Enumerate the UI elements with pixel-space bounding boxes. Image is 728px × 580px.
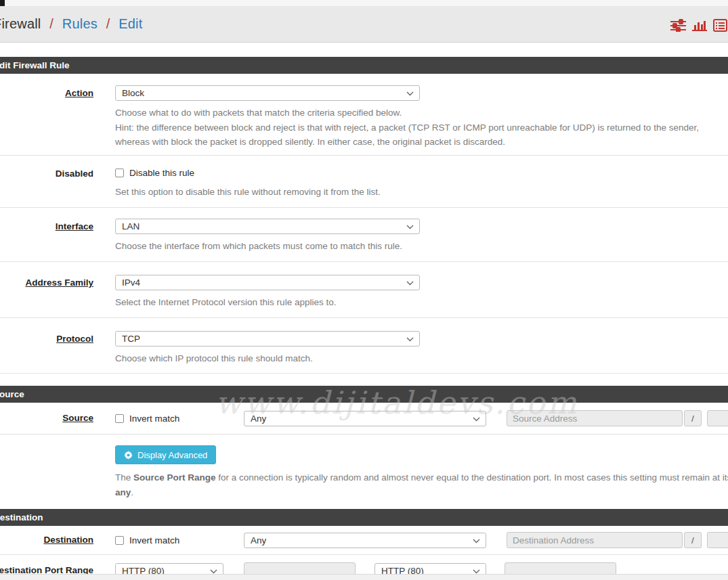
address-family-row: Address Family IPv4 Select the Internet … xyxy=(0,262,728,318)
disabled-label: Disabled xyxy=(0,168,93,200)
source-invert-label: Invert match xyxy=(129,414,179,424)
spacer xyxy=(0,374,728,386)
source-mask-select xyxy=(707,410,728,426)
chevron-down-icon xyxy=(473,417,480,422)
chevron-down-icon xyxy=(473,539,480,543)
chevron-down-icon xyxy=(406,225,414,229)
address-family-help: Select the Internet Protocol version thi… xyxy=(115,295,728,310)
sliders-icon[interactable] xyxy=(670,19,686,32)
interface-select[interactable]: LAN xyxy=(115,219,420,234)
interface-label: Interface xyxy=(0,219,93,254)
interface-select-value: LAN xyxy=(122,221,140,231)
chevron-down-icon xyxy=(406,281,414,286)
disabled-help: Set this option to disable this rule wit… xyxy=(115,185,728,200)
destination-row: Destination Invert match Any / xyxy=(0,526,728,555)
breadcrumb-bar: Firewall / Rules / Edit xyxy=(0,6,728,43)
breadcrumb-section: Firewall xyxy=(0,16,41,31)
breadcrumb-link-edit[interactable]: Edit xyxy=(119,16,142,31)
address-family-select-value: IPv4 xyxy=(122,277,140,288)
source-type-select[interactable]: Any xyxy=(244,411,486,426)
interface-help: Choose the interface from which packets … xyxy=(115,239,728,254)
source-invert-option[interactable]: Invert match xyxy=(115,414,244,424)
display-advanced-label: Display Advanced xyxy=(137,450,207,460)
source-section-header: Source xyxy=(0,386,728,403)
destination-type-select[interactable]: Any xyxy=(244,533,486,548)
action-select-value: Block xyxy=(122,88,144,98)
disabled-row: Disabled Disable this rule Set this opti… xyxy=(0,156,728,208)
source-section-title: Source xyxy=(0,389,24,399)
interface-row: Interface LAN Choose the interface from … xyxy=(0,208,728,262)
destination-label: Destination xyxy=(0,532,93,548)
spacer xyxy=(0,43,728,57)
breadcrumb-separator: / xyxy=(45,16,58,31)
protocol-select-value: TCP xyxy=(122,334,140,344)
source-label: Source xyxy=(0,410,93,426)
source-row: Source Invert match Any / xyxy=(0,403,728,434)
top-strip xyxy=(0,0,728,6)
protocol-row: Protocol TCP Choose which IP protocol th… xyxy=(0,318,728,374)
source-advanced-block: Display Advanced The Source Port Range f… xyxy=(0,434,728,509)
destination-section-header: Destination xyxy=(0,509,728,526)
source-cidr-separator: / xyxy=(684,410,702,426)
breadcrumb-link-rules[interactable]: Rules xyxy=(62,16,98,31)
disable-rule-checkbox-label: Disable this rule xyxy=(129,168,194,178)
disable-rule-checkbox[interactable] xyxy=(115,169,124,177)
source-address-input xyxy=(507,410,683,426)
panel-title-text: Edit Firewall Rule xyxy=(0,60,70,70)
destination-invert-checkbox[interactable] xyxy=(115,536,124,545)
disable-rule-option[interactable]: Disable this rule xyxy=(115,168,728,178)
source-type-value: Any xyxy=(251,414,266,424)
list-icon[interactable] xyxy=(713,19,727,32)
destination-mask-select xyxy=(707,532,728,548)
action-select[interactable]: Block xyxy=(115,85,420,101)
header-shortcut-icons xyxy=(670,19,727,32)
bar-chart-icon[interactable] xyxy=(692,19,707,32)
address-family-select[interactable]: IPv4 xyxy=(115,275,420,290)
bottom-strip xyxy=(0,574,728,580)
chevron-down-icon xyxy=(473,569,480,574)
action-label: Action xyxy=(0,85,93,150)
destination-section-title: Destination xyxy=(0,512,43,522)
chevron-down-icon xyxy=(406,337,414,342)
protocol-label: Protocol xyxy=(0,331,93,366)
protocol-select[interactable]: TCP xyxy=(115,331,420,347)
destination-address-input xyxy=(507,532,683,548)
action-row: Action Block Choose what to do with pack… xyxy=(0,74,728,156)
action-help-2: Hint: the difference between block and r… xyxy=(115,120,725,150)
destination-cidr-separator: / xyxy=(684,532,702,548)
address-family-label: Address Family xyxy=(0,275,93,310)
page: Firewall / Rules / Edit xyxy=(0,0,728,580)
destination-invert-label: Invert match xyxy=(129,535,179,545)
action-help-1: Choose what to do with packets that matc… xyxy=(115,106,728,120)
protocol-help: Choose which IP protocol this rule shoul… xyxy=(115,351,728,366)
gear-icon xyxy=(124,451,133,460)
breadcrumb-separator: / xyxy=(102,16,115,31)
source-port-help: The Source Port Range for a connection i… xyxy=(115,470,728,499)
destination-invert-option[interactable]: Invert match xyxy=(115,535,244,545)
source-invert-checkbox[interactable] xyxy=(115,414,124,423)
chevron-down-icon xyxy=(210,569,217,574)
chevron-down-icon xyxy=(406,91,414,96)
panel-title: Edit Firewall Rule xyxy=(0,57,728,74)
breadcrumb: Firewall / Rules / Edit xyxy=(0,16,143,32)
display-advanced-button[interactable]: Display Advanced xyxy=(115,445,216,464)
destination-type-value: Any xyxy=(251,535,266,545)
